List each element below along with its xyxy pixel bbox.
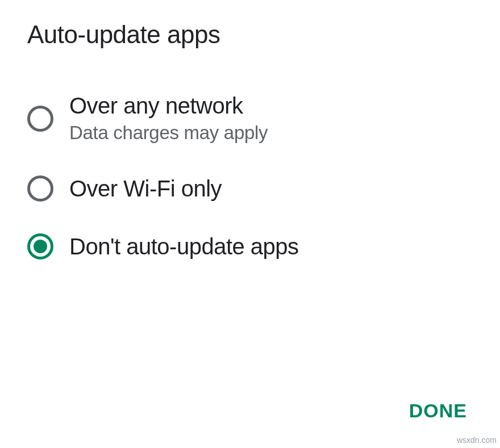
radio-icon-unselected: [27, 175, 53, 202]
option-sublabel: Data charges may apply: [69, 122, 268, 144]
option-label: Over any network: [69, 93, 268, 119]
radio-option-wifi-only[interactable]: Over Wi-Fi only: [27, 175, 473, 202]
radio-option-dont-update[interactable]: Don't auto-update apps: [27, 233, 473, 259]
radio-option-list: Over any network Data charges may apply …: [27, 93, 473, 259]
option-text: Don't auto-update apps: [69, 234, 299, 259]
radio-icon-selected: [27, 233, 53, 259]
done-button[interactable]: DONE: [409, 400, 467, 422]
watermark-text: wsxdn.com: [457, 436, 497, 445]
option-label: Don't auto-update apps: [69, 234, 299, 259]
radio-option-any-network[interactable]: Over any network Data charges may apply: [27, 93, 473, 144]
option-text: Over Wi-Fi only: [69, 176, 222, 202]
option-label: Over Wi-Fi only: [69, 176, 222, 202]
radio-icon-unselected: [27, 106, 53, 132]
option-text: Over any network Data charges may apply: [69, 93, 268, 144]
dialog-title: Auto-update apps: [27, 20, 473, 49]
